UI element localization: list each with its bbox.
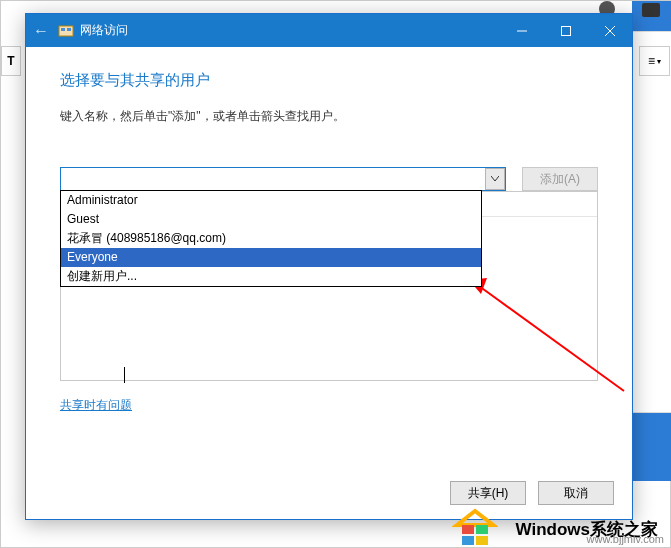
watermark: www.bjjmlv.com <box>587 533 664 545</box>
minimize-button[interactable] <box>500 14 544 47</box>
dropdown-item-0[interactable]: Administrator <box>61 191 481 210</box>
titlebar: ← 网络访问 <box>26 14 632 47</box>
menu-icon: ≡ <box>648 54 655 68</box>
svg-rect-12 <box>462 536 474 545</box>
user-dropdown: AdministratorGuest花承冒 (408985186@qq.com)… <box>60 190 482 287</box>
network-access-dialog: ← 网络访问 选择要与其共享的用户 键入名称，然后单击"添加"，或者单击箭头查找… <box>25 13 633 520</box>
share-button[interactable]: 共享(H) <box>450 481 526 505</box>
toolbar-right-button[interactable]: ≡ ▾ <box>639 46 670 76</box>
svg-rect-2 <box>67 28 71 31</box>
close-button[interactable] <box>588 14 632 47</box>
svg-rect-11 <box>476 525 488 534</box>
svg-rect-10 <box>462 525 474 534</box>
svg-rect-1 <box>61 28 65 31</box>
dropdown-item-1[interactable]: Guest <box>61 210 481 229</box>
maximize-button[interactable] <box>544 14 588 47</box>
text-cursor <box>124 367 125 383</box>
network-access-icon <box>58 23 74 39</box>
dropdown-item-2[interactable]: 花承冒 (408985186@qq.com) <box>61 229 481 248</box>
page-heading: 选择要与其共享的用户 <box>60 71 598 90</box>
site-logo-icon <box>452 505 498 547</box>
back-button[interactable]: ← <box>26 22 56 40</box>
add-button[interactable]: 添加(A) <box>522 167 598 191</box>
help-link[interactable]: 共享时有问题 <box>60 397 132 414</box>
instruction-text: 键入名称，然后单击"添加"，或者单击箭头查找用户。 <box>60 108 598 125</box>
svg-marker-9 <box>457 511 493 525</box>
toolbar-left-button[interactable]: T <box>1 46 21 76</box>
chevron-down-icon <box>491 176 499 182</box>
svg-rect-4 <box>562 26 571 35</box>
dropdown-item-4[interactable]: 创建新用户... <box>61 267 481 286</box>
window-title: 网络访问 <box>80 22 128 39</box>
dropdown-item-3[interactable]: Everyone <box>61 248 481 267</box>
user-input[interactable] <box>60 167 506 191</box>
cancel-button[interactable]: 取消 <box>538 481 614 505</box>
svg-rect-13 <box>476 536 488 545</box>
user-combobox: AdministratorGuest花承冒 (408985186@qq.com)… <box>60 167 506 191</box>
tray-icon <box>642 3 660 17</box>
dropdown-toggle[interactable] <box>485 168 505 190</box>
